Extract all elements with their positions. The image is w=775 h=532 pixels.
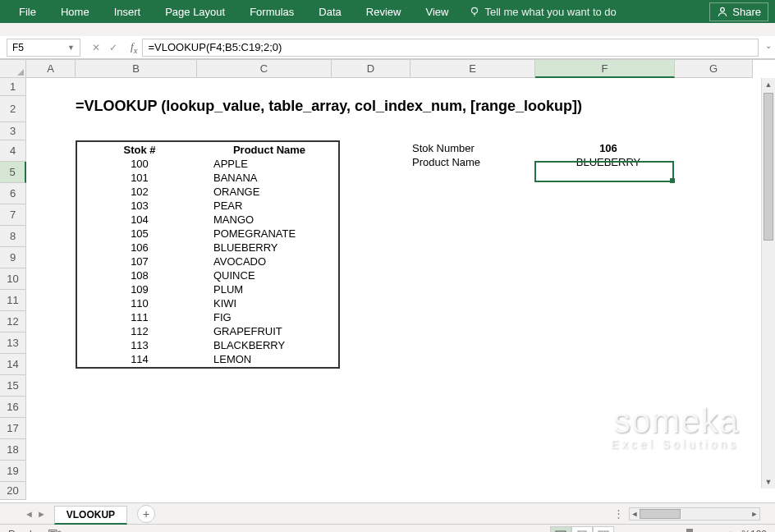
table-row[interactable]: 112GRAPEFRUIT xyxy=(79,325,337,337)
cell-grid[interactable]: =VLOOKUP (lookup_value, table_array, col… xyxy=(26,78,757,502)
person-icon xyxy=(717,6,728,17)
row-header-13[interactable]: 13 xyxy=(0,332,26,354)
row-header-18[interactable]: 18 xyxy=(0,439,26,461)
col-header-D[interactable]: D xyxy=(332,60,410,78)
name-box[interactable]: F5 ▼ xyxy=(7,39,80,57)
column-headers: ABCDEFG xyxy=(26,60,753,78)
table-row[interactable]: 114LEMON xyxy=(79,353,337,365)
toolbar-spacer xyxy=(0,23,775,36)
row-headers: 1234567891011121314151617181920 xyxy=(0,78,26,502)
horizontal-scrollbar[interactable]: ◄ ► xyxy=(629,507,760,521)
table-row[interactable]: 101BANANA xyxy=(79,172,337,184)
fx-icon[interactable]: fx xyxy=(126,40,142,55)
row-header-11[interactable]: 11 xyxy=(0,290,26,311)
view-page-layout-button[interactable] xyxy=(571,526,593,533)
table-row[interactable]: 107AVOCADO xyxy=(79,255,337,268)
watermark: someka Excel Solutions xyxy=(590,401,739,451)
add-sheet-button[interactable]: + xyxy=(137,505,155,523)
expand-formula-bar-icon[interactable]: ⌄ xyxy=(765,41,772,50)
row-header-20[interactable]: 20 xyxy=(0,482,26,500)
row-header-14[interactable]: 14 xyxy=(0,354,26,375)
view-normal-button[interactable] xyxy=(550,526,571,533)
row-header-4[interactable]: 4 xyxy=(0,140,26,162)
share-button[interactable]: Share xyxy=(709,2,768,21)
zoom-in-button[interactable]: + xyxy=(727,528,734,532)
tell-me-search[interactable]: Tell me what you want to do xyxy=(469,6,616,18)
accept-formula-icon[interactable]: ✓ xyxy=(106,42,121,53)
bar-chart-icon xyxy=(590,411,610,431)
table-row[interactable]: 105POMEGRANATE xyxy=(79,227,337,240)
table-row[interactable]: 111FIG xyxy=(79,311,337,323)
tab-home[interactable]: Home xyxy=(48,0,102,23)
svg-point-1 xyxy=(721,7,725,11)
lightbulb-icon xyxy=(469,6,480,17)
row-header-15[interactable]: 15 xyxy=(0,375,26,397)
watermark-text: someka xyxy=(613,401,739,441)
row-header-17[interactable]: 17 xyxy=(0,418,26,439)
table-row[interactable]: 104MANGO xyxy=(79,213,337,226)
tab-data[interactable]: Data xyxy=(306,0,353,23)
col-header-C[interactable]: C xyxy=(197,60,332,78)
row-header-9[interactable]: 9 xyxy=(0,247,26,268)
tab-next-icon[interactable]: ► xyxy=(37,509,46,519)
hscroll-thumb[interactable] xyxy=(640,509,681,519)
table-row[interactable]: 102ORANGE xyxy=(79,186,337,198)
scroll-left-icon[interactable]: ◄ xyxy=(630,510,640,518)
row-header-7[interactable]: 7 xyxy=(0,204,26,226)
zoom-level[interactable]: %120 xyxy=(741,529,767,533)
col-header-G[interactable]: G xyxy=(675,60,753,78)
zoom-out-button[interactable]: − xyxy=(622,528,629,532)
row-header-2[interactable]: 2 xyxy=(0,96,26,122)
scroll-thumb[interactable] xyxy=(764,93,773,241)
formula-buttons: ✕ ✓ xyxy=(84,42,126,53)
row-header-19[interactable]: 19 xyxy=(0,461,26,482)
table-row[interactable]: 109PLUM xyxy=(79,283,337,296)
row-header-5[interactable]: 5 xyxy=(0,162,26,183)
status-ready: Ready xyxy=(8,529,37,533)
tab-formulas[interactable]: Formulas xyxy=(237,0,306,23)
macro-record-icon[interactable] xyxy=(48,528,62,532)
chevron-down-icon[interactable]: ▼ xyxy=(67,44,75,52)
scroll-down-icon[interactable]: ▼ xyxy=(765,475,773,488)
row-header-8[interactable]: 8 xyxy=(0,226,26,247)
table-row[interactable]: 100APPLE xyxy=(79,158,337,170)
select-all-corner[interactable] xyxy=(0,60,26,78)
tab-view[interactable]: View xyxy=(413,0,461,23)
zoom-thumb[interactable] xyxy=(686,529,693,533)
tab-page-layout[interactable]: Page Layout xyxy=(153,0,237,23)
lookup-name-label: Product Name xyxy=(412,156,537,168)
col-header-E[interactable]: E xyxy=(410,60,535,78)
table-row[interactable]: 113BLACKBERRY xyxy=(79,339,337,351)
view-page-break-button[interactable] xyxy=(593,526,614,533)
lookup-stok-value[interactable]: 106 xyxy=(539,142,678,154)
tab-file[interactable]: File xyxy=(7,0,48,23)
vertical-scrollbar[interactable]: ▲ ▼ xyxy=(761,78,775,488)
row-header-16[interactable]: 16 xyxy=(0,397,26,418)
table-row[interactable]: 103PEAR xyxy=(79,200,337,212)
row-header-6[interactable]: 6 xyxy=(0,183,26,204)
row-header-3[interactable]: 3 xyxy=(0,122,26,140)
table-row[interactable]: 108QUINCE xyxy=(79,269,337,282)
col-header-A[interactable]: A xyxy=(26,60,76,78)
lookup-table: Stok Number106Product NameBLUEBERRY xyxy=(410,140,680,170)
tab-insert[interactable]: Insert xyxy=(102,0,154,23)
row-header-1[interactable]: 1 xyxy=(0,78,26,96)
tab-separator: ⋮ xyxy=(608,507,629,520)
scroll-up-icon[interactable]: ▲ xyxy=(765,78,773,91)
share-label: Share xyxy=(732,6,761,18)
row-header-10[interactable]: 10 xyxy=(0,268,26,290)
row-header-12[interactable]: 12 xyxy=(0,311,26,332)
scroll-right-icon[interactable]: ► xyxy=(750,510,759,518)
table-row[interactable]: 106BLUEBERRY xyxy=(79,241,337,254)
table-row[interactable]: 110KIWI xyxy=(79,297,337,310)
tab-prev-icon[interactable]: ◄ xyxy=(25,509,34,519)
tab-review[interactable]: Review xyxy=(354,0,414,23)
col-header-F[interactable]: F xyxy=(535,60,675,78)
cancel-formula-icon[interactable]: ✕ xyxy=(89,42,103,53)
lookup-panel: Stok Number106Product NameBLUEBERRY xyxy=(410,140,680,170)
ribbon: File Home Insert Page Layout Formulas Da… xyxy=(0,0,775,23)
sheet-tab-vlookup[interactable]: VLOOKUP xyxy=(54,506,127,525)
formula-input[interactable] xyxy=(142,39,759,57)
col-header-B[interactable]: B xyxy=(76,60,197,78)
syntax-heading: =VLOOKUP (lookup_value, table_array, col… xyxy=(76,98,582,115)
